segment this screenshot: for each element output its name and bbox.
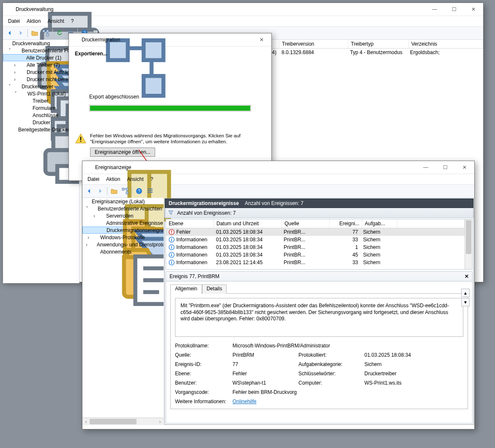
tree-server1[interactable]: ˅WS-Print1 (lokal) <box>3 90 79 97</box>
ev-title: Ereignisanzeige <box>95 164 416 170</box>
tab-details[interactable]: Details <box>202 284 227 294</box>
ev-winlogs[interactable]: ›Windows-Protokolle <box>82 234 164 241</box>
tree-servers[interactable]: ˅Druckerserver <box>3 83 79 90</box>
minimize-button[interactable]: — <box>425 3 444 16</box>
ev-custom[interactable]: ˅Benutzerdefinierte Ansichten <box>82 205 164 212</box>
menu-file[interactable]: Datei <box>5 17 22 25</box>
online-help-link[interactable]: Onlinehilfe <box>232 399 257 404</box>
menu-action[interactable]: Aktion <box>104 175 123 183</box>
tree-not-ready[interactable]: ›Drucker nicht bereit <box>3 76 79 83</box>
col-drivertype[interactable]: Treibertyp <box>348 40 409 48</box>
event-row[interactable]: Informationen01.03.2025 18:08:34PrintBR.… <box>166 243 465 251</box>
ev-appsvc[interactable]: ›Anwendungs- und Dienstprotokolle <box>82 241 164 248</box>
sep <box>52 29 53 37</box>
menu-view[interactable]: Ansicht <box>45 17 66 25</box>
detail-title: Ereignis 77, PrintBRM <box>170 273 219 279</box>
detail-close-button[interactable]: ✕ <box>465 273 469 279</box>
maximize-button[interactable]: ☐ <box>435 161 455 174</box>
col-dir[interactable]: Verzeichnis <box>409 40 483 48</box>
menu-help[interactable]: ? <box>68 17 77 25</box>
maximize-button[interactable]: ☐ <box>444 3 464 16</box>
tree-button[interactable] <box>41 28 51 38</box>
tree-custom[interactable]: ˅Benutzerdefinierte Filter <box>3 47 79 54</box>
tree-root[interactable]: Druckverwaltung <box>3 40 79 47</box>
detail-message: Mit "Printbrm.exe" (der Druckermigration… <box>175 298 463 337</box>
progress-bar <box>89 105 251 112</box>
hscrollbar[interactable]: ‹ › <box>82 418 164 425</box>
detail-tabs: Allgemein Details <box>170 284 468 294</box>
ev-subs[interactable]: Abonnements <box>82 248 164 255</box>
back-button[interactable] <box>5 28 15 38</box>
back-button[interactable] <box>84 186 94 196</box>
event-row[interactable]: Informationen01.03.2025 18:08:34PrintBR.… <box>166 251 465 259</box>
close-button[interactable]: ✕ <box>252 33 271 46</box>
menu-action[interactable]: Aktion <box>24 17 43 25</box>
view-name: Druckermigrationsereignisse <box>169 200 239 206</box>
up-button[interactable] <box>30 28 40 38</box>
tree-button[interactable] <box>120 186 130 196</box>
forward-button[interactable] <box>95 186 105 196</box>
refresh-button[interactable] <box>55 28 65 38</box>
filter-icon <box>168 210 174 217</box>
ev-subhdr: Anzahl von Ereignissen: 7 <box>165 208 473 218</box>
minimize-button[interactable]: — <box>416 161 435 174</box>
help-button[interactable] <box>134 186 144 196</box>
ev-columns[interactable]: Ebene Datum und Uhrzeit Quelle Ereigni..… <box>166 219 465 228</box>
ev-tree[interactable]: Ereignisanzeige (Lokal) ˅Benutzerdefinie… <box>82 198 164 425</box>
ev-hdrbar: Druckermigrationsereignisse Anzahl von E… <box>165 199 473 208</box>
sep <box>27 29 28 37</box>
detail-grid: Protokollname:Microsoft-Windows-PrintBRM… <box>175 343 463 404</box>
printer-icon <box>6 6 13 13</box>
list-button[interactable] <box>145 186 155 196</box>
count-value: 7 <box>301 200 304 206</box>
mig-title: Druckermigration <box>82 37 252 43</box>
ev-toolbar <box>82 185 474 198</box>
sep <box>107 187 107 195</box>
detail-prev-button[interactable]: ▴ <box>461 289 470 297</box>
event-row[interactable]: Informationen23.08.2021 12:14:45PrintBR.… <box>166 259 465 266</box>
tree-with-jobs[interactable]: ›Drucker mit Aufträgen <box>3 68 79 76</box>
forward-button[interactable] <box>16 28 26 38</box>
ev-detail: Ereignis 77, PrintBRM ✕ Allgemein Detail… <box>166 271 473 423</box>
close-button[interactable]: ✕ <box>464 3 483 16</box>
up-button[interactable] <box>109 186 119 196</box>
tree-all-drivers[interactable]: ›Alle Treiber (7) <box>3 61 79 68</box>
sep <box>132 187 132 195</box>
migration-dialog: Druckermigration ✕ Exportieren... Export… <box>68 33 272 181</box>
ev-root[interactable]: Ereignisanzeige (Lokal) <box>82 198 164 205</box>
tree-icon <box>72 36 79 43</box>
ev-titlebar[interactable]: Ereignisanzeige — ☐ ✕ <box>82 161 474 174</box>
eventviewer-window: Ereignisanzeige — ☐ ✕ Datei Aktion Ansic… <box>82 161 475 429</box>
menu-file[interactable]: Datei <box>85 175 102 183</box>
vscrollbar[interactable] <box>465 219 472 269</box>
pmc-titlebar[interactable]: Druckverwaltung — ☐ ✕ <box>3 3 483 16</box>
menu-help[interactable]: ? <box>148 175 156 183</box>
count-label: Anzahl von Ereignissen: <box>245 200 299 206</box>
mig-titlebar[interactable]: Druckermigration ✕ <box>69 33 271 46</box>
menu-view[interactable]: Ansicht <box>124 175 146 183</box>
tree-deployed[interactable]: Bereitgestellte Drucker <box>3 126 79 133</box>
mig-warning: Fehler bei Windows während des Migration… <box>90 133 265 145</box>
detail-next-button[interactable]: ▾ <box>461 298 470 306</box>
pmc-title: Druckverwaltung <box>16 6 425 12</box>
col-driverver[interactable]: Treiberversion <box>279 40 348 48</box>
tab-general[interactable]: Allgemein <box>170 284 202 294</box>
book-icon <box>86 164 93 171</box>
event-row[interactable]: Informationen01.03.2025 18:08:34PrintBR.… <box>166 236 465 243</box>
event-row[interactable]: Fehler01.03.2025 18:08:34PrintBR...77Sic… <box>166 228 465 236</box>
open-eventviewer-button[interactable]: Ereignisanzeige öffnen... <box>90 148 155 157</box>
warning-icon <box>75 133 87 145</box>
pmc-tree[interactable]: Druckverwaltung ˅Benutzerdefinierte Filt… <box>3 40 79 283</box>
close-button[interactable]: ✕ <box>455 161 474 174</box>
ev-roles[interactable]: ›Serverrollen <box>82 212 164 219</box>
